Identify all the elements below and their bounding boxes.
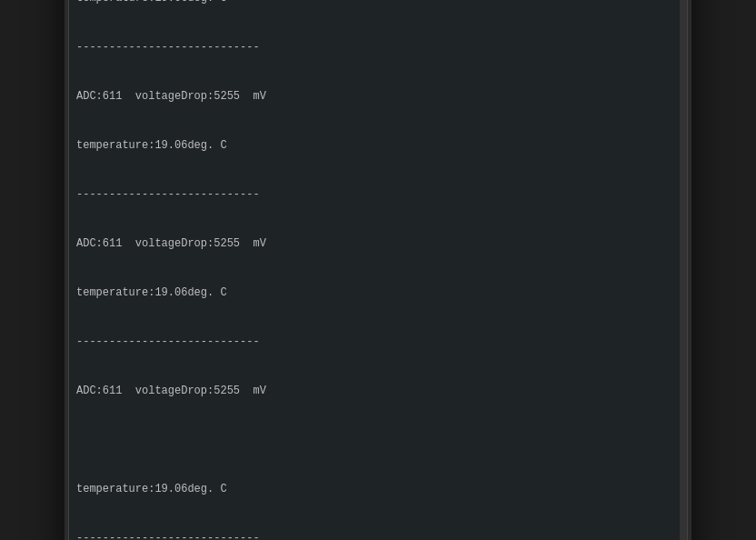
- console-line: temperature:19.06deg. C: [76, 481, 680, 497]
- console-line: ADC:611 voltageDrop:5255 mV: [76, 383, 680, 399]
- console-line: ----------------------------: [76, 334, 680, 350]
- console-line: temperature:19.06deg. C: [76, 137, 680, 154]
- console-line: ----------------------------: [76, 39, 680, 55]
- console-output: ---------------------------- ADC:611 vol…: [76, 0, 680, 540]
- console-line: [76, 432, 680, 448]
- console-line: ADC:611 voltageDrop:5255 mV: [76, 88, 680, 105]
- console-line: ----------------------------: [76, 530, 680, 540]
- console-line: temperature:19.06deg. C: [76, 0, 680, 6]
- main-window: Serial Monitor f Monitor Tools Connect D…: [65, 0, 691, 540]
- console-area: ---------------------------- ADC:611 vol…: [68, 0, 688, 540]
- console-line: ----------------------------: [76, 186, 680, 203]
- console-line: temperature:19.06deg. C: [76, 285, 680, 301]
- console-line: ADC:611 voltageDrop:5255 mV: [76, 235, 680, 252]
- scrollbar-track[interactable]: [680, 0, 687, 540]
